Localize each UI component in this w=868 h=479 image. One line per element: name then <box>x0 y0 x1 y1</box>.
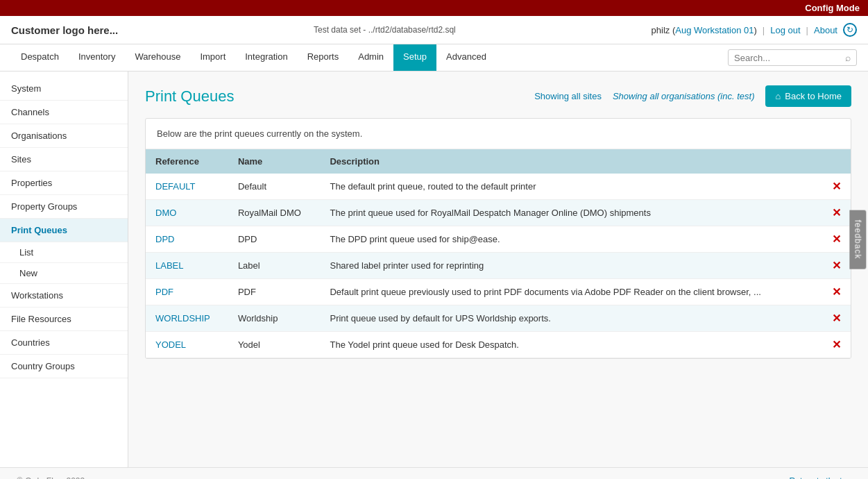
config-mode-label: Config Mode <box>805 3 860 13</box>
footer: © OrderFlow 2023 Return to the top <box>0 467 868 479</box>
reference-link[interactable]: DEFAULT <box>155 181 196 192</box>
sidebar-item-organisations[interactable]: Organisations <box>0 124 128 148</box>
table-header-row: Reference Name Description <box>146 149 851 174</box>
sidebar-item-countries[interactable]: Countries <box>0 331 128 355</box>
about-link[interactable]: About <box>814 25 837 35</box>
sidebar-item-sites[interactable]: Sites <box>0 148 128 171</box>
delete-button[interactable]: ✕ <box>832 339 841 351</box>
reference-link[interactable]: LABEL <box>155 260 183 271</box>
reference-link[interactable]: DMO <box>155 208 176 218</box>
cell-reference: DEFAULT <box>146 174 228 200</box>
sidebar-item-system[interactable]: System <box>0 77 128 101</box>
cell-delete: ✕ <box>822 305 851 332</box>
sidebar: System Channels Organisations Sites Prop… <box>0 72 128 467</box>
reference-link[interactable]: PDF <box>155 287 173 297</box>
sidebar-item-channels[interactable]: Channels <box>0 101 128 124</box>
cell-name: DPD <box>228 226 321 253</box>
return-to-top-link[interactable]: Return to the top <box>790 476 851 479</box>
logo: Customer logo here... <box>11 24 118 36</box>
table-row: LABELLabelShared label printer used for … <box>146 253 851 279</box>
cell-name: PDF <box>228 279 321 305</box>
nav-reports[interactable]: Reports <box>298 44 349 71</box>
showing-sites-link[interactable]: Showing all sites <box>534 91 602 101</box>
content-panel: Below are the print queues currently on … <box>145 118 851 359</box>
nav-items: Despatch Inventory Warehouse Import Inte… <box>11 44 728 71</box>
delete-button[interactable]: ✕ <box>832 286 841 298</box>
reference-link[interactable]: DPD <box>155 234 174 244</box>
cell-description: Shared label printer used for reprinting <box>320 253 822 279</box>
cell-delete: ✕ <box>822 332 851 358</box>
cell-delete: ✕ <box>822 226 851 253</box>
col-actions <box>822 149 851 174</box>
cell-reference: WORLDSHIP <box>146 305 228 332</box>
delete-button[interactable]: ✕ <box>832 180 841 192</box>
nav-admin[interactable]: Admin <box>348 44 393 71</box>
cell-description: The DPD print queue used for ship@ease. <box>320 226 822 253</box>
navbar: Despatch Inventory Warehouse Import Inte… <box>0 44 868 72</box>
sidebar-item-property-groups[interactable]: Property Groups <box>0 195 128 219</box>
refresh-button[interactable]: ↻ <box>843 23 857 37</box>
cell-delete: ✕ <box>822 174 851 200</box>
page-title: Print Queues <box>145 87 234 106</box>
reference-link[interactable]: YODEL <box>155 339 186 350</box>
col-description: Description <box>320 149 822 174</box>
copyright: © OrderFlow 2023 <box>17 476 85 479</box>
nav-integration[interactable]: Integration <box>235 44 297 71</box>
nav-import[interactable]: Import <box>190 44 235 71</box>
cell-name: Yodel <box>228 332 321 358</box>
delete-button[interactable]: ✕ <box>832 233 841 245</box>
table-row: YODELYodelThe Yodel print queue used for… <box>146 332 851 358</box>
cell-description: The default print queue, routed to the d… <box>320 174 822 200</box>
cell-delete: ✕ <box>822 253 851 279</box>
cell-reference: LABEL <box>146 253 228 279</box>
cell-reference: YODEL <box>146 332 228 358</box>
sidebar-item-workstations[interactable]: Workstations <box>0 284 128 308</box>
main-layout: System Channels Organisations Sites Prop… <box>0 72 868 467</box>
cell-description: Print queue used by default for UPS Worl… <box>320 305 822 332</box>
sidebar-item-country-groups[interactable]: Country Groups <box>0 355 128 378</box>
cell-description: Default print queue previously used to p… <box>320 279 822 305</box>
feedback-tab[interactable]: feedback <box>850 210 867 269</box>
table-row: DEFAULTDefaultThe default print queue, r… <box>146 174 851 200</box>
col-reference: Reference <box>146 149 228 174</box>
page-header-right: Showing all sites Showing all organisati… <box>534 85 851 107</box>
user-info: philz (Aug Workstation 01) <box>652 25 757 35</box>
nav-despatch[interactable]: Despatch <box>11 44 69 71</box>
content: Print Queues Showing all sites Showing a… <box>128 72 868 467</box>
print-queues-table: Reference Name Description DEFAULTDefaul… <box>146 149 851 358</box>
sidebar-sub-new[interactable]: New <box>0 263 128 284</box>
sidebar-item-file-resources[interactable]: File Resources <box>0 308 128 331</box>
cell-name: Default <box>228 174 321 200</box>
nav-warehouse[interactable]: Warehouse <box>125 44 190 71</box>
config-mode-bar: Config Mode <box>0 0 868 16</box>
cell-name: RoyalMail DMO <box>228 200 321 226</box>
logout-link[interactable]: Log out <box>770 25 800 35</box>
sidebar-sub-list[interactable]: List <box>0 242 128 263</box>
sidebar-item-print-queues[interactable]: Print Queues <box>0 219 128 242</box>
reference-link[interactable]: WORLDSHIP <box>155 313 210 323</box>
header-right: philz (Aug Workstation 01) | Log out | A… <box>652 23 857 37</box>
cell-description: The Yodel print queue used for Desk Desp… <box>320 332 822 358</box>
cell-delete: ✕ <box>822 279 851 305</box>
cell-reference: PDF <box>146 279 228 305</box>
workstation-link[interactable]: Aug Workstation 01 <box>675 25 754 35</box>
nav-advanced[interactable]: Advanced <box>436 44 496 71</box>
delete-button[interactable]: ✕ <box>832 260 841 271</box>
search-box: ⌕ <box>728 49 857 66</box>
delete-button[interactable]: ✕ <box>832 312 841 324</box>
cell-reference: DMO <box>146 200 228 226</box>
cell-description: The print queue used for RoyalMail Despa… <box>320 200 822 226</box>
search-input[interactable] <box>734 53 845 63</box>
cell-name: Worldship <box>228 305 321 332</box>
sidebar-item-properties[interactable]: Properties <box>0 171 128 195</box>
header: Customer logo here... Test data set - ..… <box>0 16 868 44</box>
table-row: DMORoyalMail DMOThe print queue used for… <box>146 200 851 226</box>
showing-orgs-link[interactable]: Showing all organisations (inc. test) <box>613 91 755 101</box>
table-row: PDFPDFDefault print queue previously use… <box>146 279 851 305</box>
cell-delete: ✕ <box>822 200 851 226</box>
back-home-button[interactable]: ⌂ Back to Home <box>765 85 851 107</box>
nav-setup[interactable]: Setup <box>393 44 436 71</box>
col-name: Name <box>228 149 321 174</box>
delete-button[interactable]: ✕ <box>832 207 841 219</box>
nav-inventory[interactable]: Inventory <box>69 44 125 71</box>
